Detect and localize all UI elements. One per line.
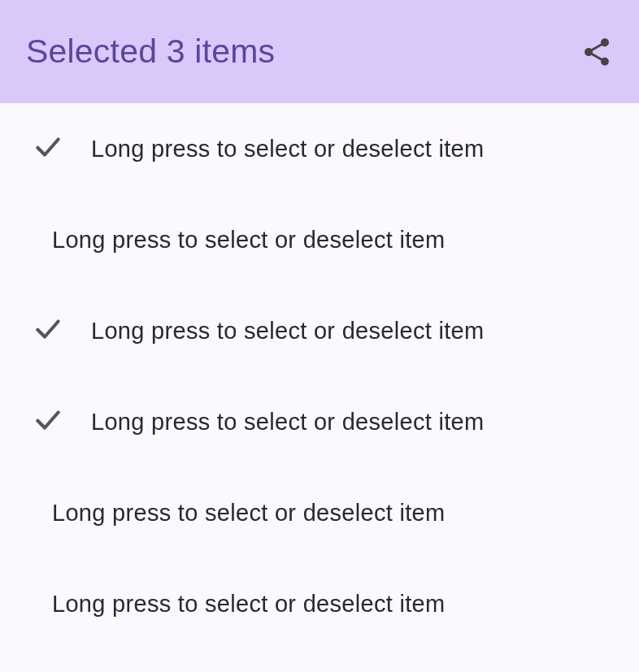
check-icon	[33, 132, 63, 166]
list-item-label: Long press to select or deselect item	[52, 227, 445, 254]
appbar-title: Selected 3 items	[26, 33, 275, 71]
check-icon	[33, 405, 63, 439]
share-icon[interactable]	[580, 36, 613, 68]
list-item[interactable]: Long press to select or deselect item	[0, 558, 639, 649]
list-item-label: Long press to select or deselect item	[91, 136, 484, 163]
list-item-label: Long press to select or deselect item	[52, 500, 445, 527]
list-item-label: Long press to select or deselect item	[91, 409, 484, 436]
item-list: Long press to select or deselect item Lo…	[0, 103, 639, 649]
contextual-appbar: Selected 3 items	[0, 0, 639, 103]
list-item[interactable]: Long press to select or deselect item	[0, 103, 639, 194]
list-item[interactable]: Long press to select or deselect item	[0, 285, 639, 376]
list-item-label: Long press to select or deselect item	[52, 591, 445, 618]
list-item[interactable]: Long press to select or deselect item	[0, 376, 639, 467]
list-item-label: Long press to select or deselect item	[91, 318, 484, 345]
list-item[interactable]: Long press to select or deselect item	[0, 467, 639, 558]
check-icon	[33, 314, 63, 348]
list-item[interactable]: Long press to select or deselect item	[0, 194, 639, 285]
